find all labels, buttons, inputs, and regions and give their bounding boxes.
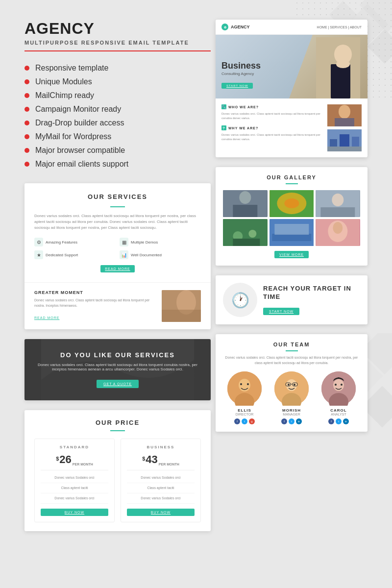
who-section: 🔧 WHO WE ARE? Donec varius sodales orci.… xyxy=(216,98,368,157)
linkedin-icon[interactable]: in xyxy=(343,418,349,424)
page-title: AGENCY xyxy=(24,20,211,38)
services-read-more-button[interactable]: READ MORE xyxy=(100,265,135,272)
team-grid: ELLIS DIRECTOR f t g xyxy=(223,371,360,424)
svg-point-21 xyxy=(284,198,299,208)
greater-text: Donec varius sodales orci. Class aptent … xyxy=(34,298,156,308)
hero-title: Business xyxy=(221,61,261,72)
bullet-7 xyxy=(24,148,29,153)
divider-line xyxy=(24,50,211,51)
member-social-icons-morish: f t in xyxy=(270,418,313,424)
svg-point-7 xyxy=(336,60,350,68)
feature-item-8: Major email clients support xyxy=(24,160,211,169)
gallery-grid xyxy=(223,190,360,246)
member-role-ellis: DIRECTOR xyxy=(223,413,266,416)
who-image-woman xyxy=(327,104,362,126)
hero-subtitle: Consulting Agency xyxy=(221,72,261,76)
service-item-3: ★ Dedicated Support xyxy=(34,250,116,259)
gallery-item-1 xyxy=(223,190,268,217)
plan-business-buy-button[interactable]: BUY NOW xyxy=(127,509,195,516)
twitter-icon[interactable]: t xyxy=(242,418,247,424)
greater-read-more-link[interactable]: READ MORE xyxy=(34,316,59,319)
feature-item-4: Campaign Monitor ready xyxy=(24,105,211,114)
member-name-ellis: ELLIS xyxy=(223,408,266,413)
svg-point-23 xyxy=(332,194,344,206)
facebook-icon[interactable]: f xyxy=(328,418,334,424)
service-item-2: ▦ Multiple Demos xyxy=(120,238,201,246)
bullet-2 xyxy=(24,79,29,84)
who-we-are-heading: 🔧 WHO WE ARE? xyxy=(221,104,322,109)
clock-image: 🕐 xyxy=(223,283,257,317)
pricing-divider xyxy=(110,430,125,431)
gallery-view-more-button[interactable]: VIEW MORE xyxy=(274,251,309,258)
docs-icon: 📊 xyxy=(120,250,128,259)
hero-start-button[interactable]: START NOW xyxy=(221,83,253,89)
features-icon: ⚙ xyxy=(34,238,43,246)
bullet-1 xyxy=(24,66,29,71)
who-we-are-text: Donec varius sodales orci. Class aptent … xyxy=(221,112,322,121)
feature-item-1: Responsive template xyxy=(24,64,211,73)
svg-point-17 xyxy=(239,191,251,204)
who-image-city xyxy=(327,129,362,151)
gallery-item-6 xyxy=(316,219,360,246)
twitter-icon[interactable]: t xyxy=(289,418,294,424)
logo-icon: ✿ xyxy=(221,24,228,30)
who-images xyxy=(327,104,362,151)
svg-rect-6 xyxy=(331,64,350,98)
member-social-icons-carol: f t in xyxy=(317,418,360,424)
googleplus-icon[interactable]: g xyxy=(249,418,255,424)
plan-business-name: BUSINESS xyxy=(127,445,195,449)
member-avatar-morish xyxy=(274,371,309,406)
services-grid: ⚙ Amazing Features ▦ Multiple Demos ★ De… xyxy=(34,238,201,259)
bullet-5 xyxy=(24,121,29,125)
member-name-carol: CAROL xyxy=(317,408,360,413)
target-card: 🕐 REACH YOUR TARGET IN TIME START NOW xyxy=(216,275,368,324)
svg-point-34 xyxy=(333,222,343,234)
svg-rect-24 xyxy=(321,207,355,217)
facebook-icon[interactable]: f xyxy=(281,418,287,424)
member-avatar-ellis xyxy=(227,371,262,406)
plan-standard: STANDARD $ 26 PER MONTH Donec varius Sod… xyxy=(34,439,115,522)
team-member-morish: MORISH MANAGER f t in xyxy=(270,371,313,424)
team-description: Donec varius sodales orci. Class aptent … xyxy=(223,355,360,366)
pricing-card: OUR PRICE STANDARD $ 26 PER MONTH Donec … xyxy=(24,410,211,531)
why-we-are-heading: ? WHY WE ARE? xyxy=(221,125,322,130)
svg-point-52 xyxy=(341,384,343,386)
twitter-icon[interactable]: t xyxy=(336,418,342,424)
target-text: REACH YOUR TARGET IN TIME START NOW xyxy=(263,285,360,316)
plan-standard-price: $ 26 PER MONTH xyxy=(41,453,108,466)
team-divider xyxy=(286,350,298,351)
cta-button[interactable]: GET A QUOTE xyxy=(97,380,139,388)
member-name-morish: MORISH xyxy=(270,408,313,413)
gallery-divider xyxy=(286,183,298,184)
linkedin-icon[interactable]: in xyxy=(296,418,302,424)
svg-point-39 xyxy=(247,383,249,385)
features-list: Responsive template Unique Modules MailC… xyxy=(24,64,211,169)
gallery-item-2 xyxy=(270,190,314,217)
services-card: OUR SERVICES Donec varius sodales orci. … xyxy=(24,183,211,329)
wrench-icon: 🔧 xyxy=(221,104,226,109)
team-title: OUR TEAM xyxy=(223,342,360,347)
bullet-4 xyxy=(24,107,29,112)
pricing-title: OUR PRICE xyxy=(34,419,201,426)
svg-point-27 xyxy=(248,230,256,238)
feature-item-3: MailChimp ready xyxy=(24,91,211,100)
svg-point-51 xyxy=(335,384,337,386)
svg-rect-28 xyxy=(233,239,260,246)
email-preview-hero: ✿ AGENCY HOME | SERVICES | ABOUT xyxy=(216,20,368,157)
email-logo: ✿ AGENCY xyxy=(221,24,250,30)
facebook-icon[interactable]: f xyxy=(234,418,240,424)
email-nav-links: HOME | SERVICES | ABOUT xyxy=(317,25,362,29)
team-member-ellis: ELLIS DIRECTOR f t g xyxy=(223,371,266,424)
greater-moment-section: GREATER MOMENT Donec varius sodales orci… xyxy=(24,283,211,329)
greater-image xyxy=(162,290,201,322)
cta-section: DO YOU LIKE OUR SERVICES Donec varius so… xyxy=(24,339,211,400)
service-item-4: 📊 Well Documented xyxy=(120,250,201,259)
plan-standard-buy-button[interactable]: BUY NOW xyxy=(41,509,108,516)
plan-standard-features: Donec varius Sodales orci Class aptent t… xyxy=(41,470,108,504)
plan-standard-name: STANDARD xyxy=(41,445,108,449)
feature-item-5: Drag-Drop builder access xyxy=(24,119,211,127)
why-we-are-text: Donec varius sodales orci. Class aptent … xyxy=(221,133,322,142)
cta-title: DO YOU LIKE OUR SERVICES xyxy=(34,351,201,359)
svg-rect-30 xyxy=(272,234,311,241)
target-start-button[interactable]: START NOW xyxy=(263,308,299,315)
